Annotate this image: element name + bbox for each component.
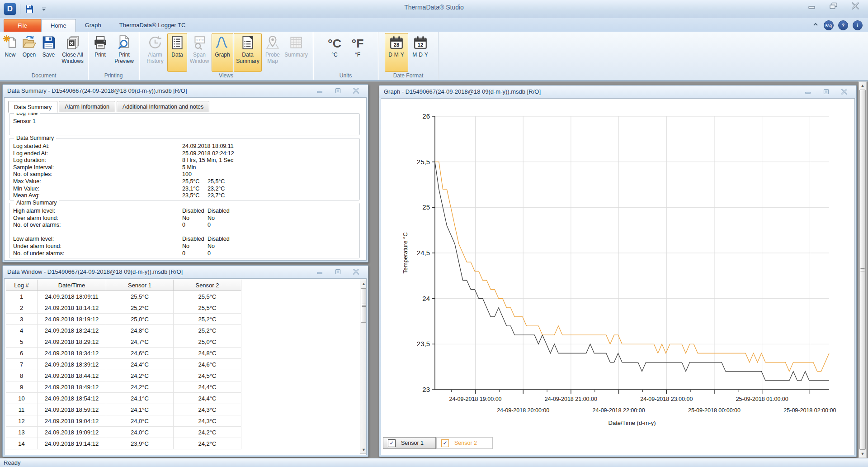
celsius-icon: °C — [327, 35, 342, 50]
table-row[interactable]: 624.09.2018 18:34:1224,6°C24,8°C — [6, 348, 241, 359]
window-restore-button[interactable] — [333, 87, 344, 95]
collapse-ribbon-icon[interactable] — [812, 21, 819, 30]
table-cell: 24,4°C — [106, 359, 174, 370]
table-row[interactable]: 424.09.2018 18:24:1224,8°C25,2°C — [6, 325, 241, 336]
data-window-vertical-scrollbar[interactable]: ▲ ▼ — [360, 280, 367, 454]
workspace-vertical-scrollbar[interactable]: ▲ ▼ — [859, 81, 867, 458]
table-cell: 24.09.2018 18:49:12 — [38, 381, 106, 393]
print-preview-button[interactable]: PrintPreview — [111, 33, 137, 72]
close-all-windows-button[interactable]: Close AllWindows — [59, 33, 87, 72]
app-restore-button[interactable] — [827, 2, 840, 10]
tab-alarm-information[interactable]: Alarm Information — [59, 101, 115, 112]
ribbon-button-label: ProbeMap — [265, 52, 280, 64]
open-button[interactable]: Open — [20, 33, 39, 72]
data-window-titlebar[interactable]: Data Window - D15490667(24-09-2018@18 09… — [3, 266, 368, 278]
scroll-down-icon[interactable]: ▼ — [859, 450, 866, 457]
table-cell: 24.09.2018 18:24:12 — [38, 325, 106, 336]
table-row[interactable]: 124.09.2018 18:09:1125,5°C25,5°C — [6, 291, 241, 302]
tab-data-summary[interactable]: Data Summary — [8, 101, 57, 113]
x-axis-title: Date/Time (d-m-y) — [609, 419, 656, 426]
table-row[interactable]: 524.09.2018 18:29:1224,7°C25,0°C — [6, 336, 241, 348]
c-button[interactable]: °C°C — [323, 33, 346, 72]
window-restore-button[interactable] — [821, 88, 832, 95]
window-close-button[interactable] — [351, 268, 362, 276]
table-cell: 24,7°C — [106, 336, 174, 348]
table-cell: 14 — [6, 438, 38, 449]
tab-home[interactable]: Home — [41, 19, 76, 32]
summary-row-value-1: 24.09.2018 18:09:11 — [182, 143, 234, 149]
table-cell: 24,5°C — [174, 370, 241, 381]
column-header[interactable]: Sensor 1 — [106, 280, 174, 291]
table-cell: 23,9°C — [106, 438, 174, 449]
graph-button[interactable]: Graph — [212, 33, 233, 72]
scroll-down-icon[interactable]: ▼ — [360, 446, 367, 453]
ribbon-group-label: Document — [0, 72, 88, 79]
legend-toggle-sensor-2[interactable]: ✓Sensor 2 — [436, 437, 493, 449]
app-minimize-button[interactable] — [806, 2, 818, 10]
info-button[interactable]: i — [853, 20, 863, 30]
save-button[interactable]: Save — [39, 33, 58, 72]
table-row[interactable]: 1024.09.2018 18:54:1224,1°C24,4°C — [6, 393, 241, 404]
scrollbar-thumb[interactable] — [361, 288, 367, 323]
data-table: Log #Date/TimeSensor 1Sensor 2124.09.201… — [6, 280, 241, 449]
summary-row-label: Log ended At: — [13, 150, 48, 157]
svg-text:28: 28 — [393, 42, 399, 48]
faq-button[interactable]: FAQ — [824, 20, 834, 30]
tab-graph[interactable]: Graph — [76, 19, 110, 32]
ribbon-button-label: °C — [331, 52, 337, 58]
window-minimize-button[interactable] — [315, 268, 326, 276]
table-row[interactable]: 824.09.2018 18:44:1224,2°C24,5°C — [6, 370, 241, 381]
table-cell: 24.09.2018 18:09:11 — [38, 291, 106, 302]
table-row[interactable]: 924.09.2018 18:49:1224,2°C24,4°C — [6, 381, 241, 393]
f-button[interactable]: °F°F — [347, 33, 368, 72]
column-header[interactable]: Sensor 2 — [174, 280, 241, 291]
ribbon-group-label: Date Format — [378, 72, 438, 79]
summary-row-value-1: 8 Hrs, 15 Min, 1 Sec — [182, 157, 233, 163]
legend-checkbox[interactable]: ✓ — [441, 439, 449, 447]
window-close-button[interactable] — [839, 88, 850, 95]
legend-checkbox[interactable]: ✓ — [388, 439, 396, 447]
table-row[interactable]: 324.09.2018 18:19:1225,0°C25,2°C — [6, 314, 241, 325]
column-header[interactable]: Log # — [6, 280, 38, 291]
x-tick-label: 24-09-2018 23:00:00 — [640, 396, 693, 402]
new-button[interactable]: New — [1, 33, 19, 72]
table-row[interactable]: 1424.09.2018 19:14:1223,9°C24,2°C — [6, 438, 241, 449]
table-row[interactable]: 1224.09.2018 19:04:1224,0°C24,3°C — [6, 415, 241, 427]
data-summary-button[interactable]: DataSummary — [234, 33, 262, 72]
window-close-button[interactable] — [351, 87, 362, 95]
data-summary-window-titlebar[interactable]: Data Summary - D15490667(24-09-2018@18 0… — [3, 85, 368, 97]
table-cell: 24.09.2018 18:19:12 — [38, 314, 106, 325]
legend-toggle-sensor-1[interactable]: ✓Sensor 1 — [383, 437, 436, 449]
scrollbar-thumb[interactable] — [859, 90, 866, 450]
help-button[interactable]: ? — [838, 20, 848, 30]
ribbon-button-label: Save — [42, 52, 55, 58]
window-minimize-button[interactable] — [315, 87, 326, 95]
table-cell: 25,0°C — [174, 336, 241, 348]
window-minimize-button[interactable] — [803, 88, 814, 95]
app-close-button[interactable] — [849, 2, 862, 10]
table-row[interactable]: 1124.09.2018 18:59:1224,1°C24,3°C — [6, 404, 241, 415]
table-cell: 9 — [6, 381, 38, 393]
d-m-y-button[interactable]: 28D-M-Y — [385, 33, 408, 72]
summary-row-label: Log duration: — [13, 157, 46, 163]
data-button[interactable]: Data — [167, 33, 187, 72]
table-cell: 24.09.2018 18:14:12 — [38, 302, 106, 314]
table-row[interactable]: 224.09.2018 18:14:1225,2°C25,5°C — [6, 302, 241, 314]
table-cell: 24.09.2018 18:59:12 — [38, 404, 106, 415]
scroll-up-icon[interactable]: ▲ — [360, 280, 367, 287]
tab-additional-information[interactable]: Additional Information and notes — [117, 101, 209, 112]
scroll-up-icon[interactable]: ▲ — [859, 82, 866, 89]
x-tick-label: 25-09-2018 02:00:00 — [783, 407, 836, 414]
table-row[interactable]: 724.09.2018 18:39:1224,4°C24,6°C — [6, 359, 241, 370]
table-cell: 25,2°C — [106, 302, 174, 314]
print-button[interactable]: Print — [90, 33, 111, 72]
column-header[interactable]: Date/Time — [38, 280, 106, 291]
m-d-y-button[interactable]: 12M-D-Y — [409, 33, 432, 72]
table-row[interactable]: 1324.09.2018 19:09:1224,0°C24,2°C — [6, 427, 241, 438]
scrollbar-grip — [362, 304, 366, 307]
tab-thermadata-logger-tc[interactable]: ThermaData® Logger TC — [110, 19, 195, 32]
window-restore-button[interactable] — [333, 268, 344, 276]
graph-window-titlebar[interactable]: Graph - D15490667(24-09-2018@18 09(d-m-y… — [379, 86, 856, 98]
tab-file[interactable]: File — [4, 19, 41, 32]
graph-view-icon — [215, 35, 230, 50]
